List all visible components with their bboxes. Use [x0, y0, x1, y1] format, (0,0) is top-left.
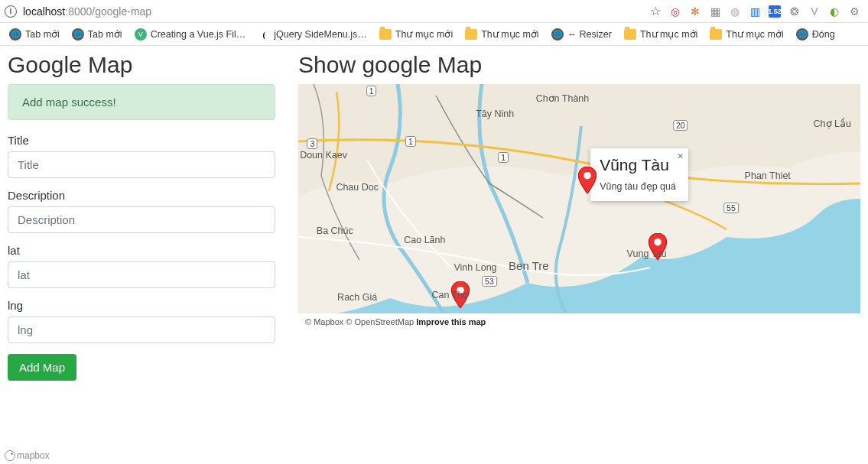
- bookmark-globe-icon: 🌐: [72, 28, 84, 41]
- svg-point-1: [584, 172, 591, 180]
- bookmark-label: Thư mục mới: [481, 28, 538, 40]
- bookmark-globe-icon: 🌐: [796, 28, 808, 41]
- bookmark-label: Tab mới: [88, 28, 122, 40]
- city-label: Doun Kaev: [300, 150, 347, 161]
- popup-description: Vũng tàu đẹp quá: [600, 180, 676, 192]
- road-shield: 3: [307, 138, 317, 149]
- lat-label: lat: [8, 244, 275, 257]
- ext-icon-2[interactable]: ✻: [689, 5, 701, 18]
- success-alert: Add map success!: [8, 84, 275, 120]
- city-label: Vung Tau: [627, 248, 667, 259]
- city-label: Ben Tre: [509, 259, 549, 272]
- bookmark-item[interactable]: Thư mục mới: [375, 26, 457, 42]
- bookmark-folder-icon: [624, 29, 636, 40]
- form-title: Google Map: [8, 52, 275, 78]
- url-host: localhost: [23, 5, 65, 18]
- toolbar-icons: ☆ ◎ ✻ ▦ ◍ ▥ 1.52 ❂ V ◐ ⚙: [649, 5, 863, 18]
- city-label: Vinh Long: [454, 262, 496, 273]
- ext-icon-4[interactable]: ◍: [729, 5, 741, 18]
- basemap-svg: [298, 84, 860, 313]
- road-shield: 53: [482, 276, 497, 287]
- alert-text: Add map success!: [22, 96, 116, 109]
- bookmark-star-icon[interactable]: ☆: [649, 5, 662, 18]
- url-display[interactable]: localhost:8000/google-map: [23, 5, 151, 18]
- ext-icon-1[interactable]: ◎: [669, 5, 681, 18]
- bookmark-item[interactable]: VCreating a Vue.js Fil…: [130, 26, 251, 43]
- road-shield: 1: [405, 136, 416, 147]
- city-label: Tây Ninh: [476, 109, 514, 119]
- bookmark-item[interactable]: Thư mục mới: [460, 26, 543, 42]
- map-popup: ✕ Vũng Tàu Vũng tàu đẹp quá: [590, 148, 688, 201]
- ext-icon-8[interactable]: ◐: [828, 5, 840, 18]
- bookmark-folder-icon: [379, 29, 392, 40]
- description-input[interactable]: [8, 206, 275, 233]
- map-title: Show google Map: [298, 52, 860, 78]
- lng-input[interactable]: [8, 316, 275, 343]
- url-port: :8000: [65, 5, 92, 18]
- ext-icon-5[interactable]: ▥: [749, 5, 761, 18]
- popup-close-icon[interactable]: ✕: [677, 151, 684, 161]
- ext-badge[interactable]: 1.52: [769, 5, 781, 18]
- bookmark-item[interactable]: (jQuery SideMenu.js…: [253, 26, 372, 43]
- add-map-button[interactable]: Add Map: [8, 354, 76, 381]
- form-column: Google Map Add map success! Title Descri…: [8, 52, 275, 381]
- site-info-icon[interactable]: i: [5, 5, 17, 18]
- lat-input[interactable]: [8, 261, 275, 288]
- attrib-mapbox[interactable]: © Mapbox: [305, 317, 343, 326]
- title-input[interactable]: [8, 151, 275, 178]
- bookmark-item[interactable]: Thư mục mới: [619, 26, 702, 42]
- city-label: Ba Chúc: [317, 226, 353, 236]
- bookmarks-bar: 🌐Tab mới🌐Tab mớiVCreating a Vue.js Fil…(…: [0, 23, 868, 46]
- bookmark-label: jQuery SideMenu.js…: [274, 29, 367, 40]
- url-path: /google-map: [92, 5, 151, 18]
- bookmark-label: ↔ Resizer: [567, 29, 612, 40]
- city-label: Chơn Thành: [536, 92, 590, 104]
- city-label: Chợ Lầu: [814, 118, 851, 129]
- bookmark-folder-icon: [465, 29, 477, 40]
- bookmark-jq-icon: (: [258, 28, 270, 41]
- address-bar: i localhost:8000/google-map ☆ ◎ ✻ ▦ ◍ ▥ …: [0, 0, 868, 23]
- bookmark-label: Đóng: [812, 29, 835, 40]
- bookmark-item[interactable]: 🌐Tab mới: [5, 26, 64, 43]
- map-column: Show google Map: [298, 52, 860, 381]
- city-label: Rach Giá: [337, 292, 377, 303]
- road-shield: 1: [366, 86, 377, 96]
- lng-label: lng: [8, 299, 275, 312]
- attrib-osm[interactable]: © OpenStreetMap: [346, 317, 414, 326]
- city-label: Phan Thiet: [745, 170, 791, 181]
- map-canvas[interactable]: ✕ Vũng Tàu Vũng tàu đẹp quá Tây NinhChơn…: [298, 84, 860, 313]
- bookmark-item[interactable]: 🌐Tab mới: [67, 26, 127, 43]
- bookmark-label: Thư mục mới: [395, 28, 453, 40]
- bookmark-item[interactable]: Thư mục mới: [705, 26, 788, 42]
- ext-icon-7[interactable]: V: [808, 5, 821, 18]
- bookmark-label: Creating a Vue.js Fil…: [151, 29, 246, 40]
- map-attribution: © Mapbox © OpenStreetMap Improve this ma…: [303, 316, 488, 327]
- bookmark-globe-icon: 🌐: [551, 28, 564, 41]
- city-label: Cao Lãnh: [404, 235, 445, 245]
- ext-icon-6[interactable]: ❂: [788, 5, 801, 18]
- bookmark-label: Tab mới: [25, 28, 60, 40]
- ext-icon-3[interactable]: ▦: [709, 5, 721, 18]
- bookmark-folder-icon: [710, 29, 722, 40]
- bookmark-label: Thư mục mới: [726, 28, 783, 40]
- bookmark-item[interactable]: 🌐↔ Resizer: [547, 26, 616, 43]
- city-label: Chau Doc: [336, 182, 379, 193]
- road-shield: 55: [723, 203, 739, 213]
- city-label: Can Tho: [432, 290, 469, 300]
- title-label: Title: [8, 134, 275, 147]
- attrib-improve[interactable]: Improve this map: [416, 317, 486, 326]
- bookmark-label: Thư mục mới: [640, 28, 697, 40]
- svg-point-3: [654, 238, 662, 246]
- popup-title: Vũng Tàu: [600, 156, 676, 174]
- bookmark-item[interactable]: 🌐Đóng: [792, 26, 840, 43]
- road-shield: 20: [673, 120, 688, 131]
- bookmark-vue-icon: V: [135, 28, 147, 41]
- bookmark-globe-icon: 🌐: [9, 28, 21, 41]
- road-shield: 1: [498, 152, 509, 163]
- description-label: Description: [8, 189, 275, 202]
- settings-gear-icon[interactable]: ⚙: [848, 5, 860, 18]
